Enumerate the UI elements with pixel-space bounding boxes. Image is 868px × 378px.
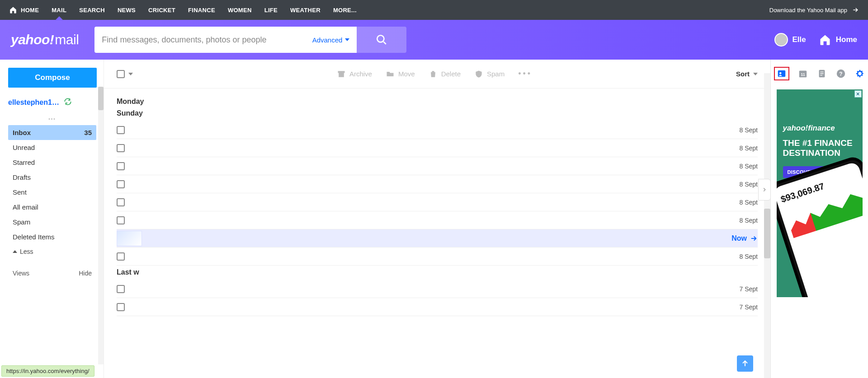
message-scrollbar[interactable] — [764, 73, 770, 378]
ad-headline: THE #1 FINANCE DESTINATION — [783, 138, 858, 158]
message-row[interactable]: 8 Sept — [117, 139, 758, 157]
download-app-link[interactable]: Download the Yahoo Mail app — [769, 6, 859, 14]
home-link[interactable]: Home — [819, 33, 857, 46]
nav-label: MAIL — [52, 7, 66, 14]
main-area: Compose ellestephen1… ••• Inbox35UnreadS… — [0, 60, 868, 378]
svg-point-0 — [377, 35, 384, 42]
folder-label: Unread — [13, 144, 35, 151]
delete-button[interactable]: Delete — [429, 70, 461, 79]
sort-toggle[interactable]: Sort — [736, 70, 758, 78]
user-name: Elle — [793, 35, 806, 44]
folder-all-email[interactable]: All email — [8, 200, 96, 215]
spam-button[interactable]: Spam — [474, 70, 505, 79]
sidebar-scrollbar[interactable] — [98, 87, 104, 364]
message-row[interactable]: 8 Sept — [117, 121, 758, 139]
message-date: 8 Sept — [740, 126, 758, 134]
top-nav-more[interactable]: MORE... — [333, 0, 357, 20]
message-date: 8 Sept — [740, 163, 758, 170]
folder-label: Spam — [13, 218, 30, 226]
yahoo-mail-logo[interactable]: yahoo! mail — [11, 32, 79, 47]
views-label[interactable]: Views — [13, 270, 29, 277]
svg-text:?: ? — [839, 71, 842, 77]
message-row[interactable]: 7 Sept — [117, 298, 758, 316]
message-checkbox[interactable] — [117, 198, 125, 206]
nav-label: WEATHER — [290, 7, 321, 14]
folder-starred[interactable]: Starred — [8, 155, 96, 170]
less-label: Less — [20, 248, 33, 255]
select-all[interactable] — [117, 70, 133, 78]
top-nav-news[interactable]: NEWS — [118, 0, 136, 20]
message-checkbox[interactable] — [117, 252, 125, 261]
user-menu[interactable]: Elle — [774, 33, 806, 47]
advanced-search-toggle[interactable]: Advanced — [308, 36, 350, 44]
message-row[interactable]: 8 Sept — [117, 247, 758, 266]
move-icon — [386, 70, 395, 79]
gear-icon — [855, 69, 865, 79]
message-row[interactable]: 7 Sept — [117, 280, 758, 298]
hide-views[interactable]: Hide — [79, 270, 92, 277]
message-row[interactable]: Now — [117, 229, 758, 247]
message-list[interactable]: MondaySunday8 Sept8 Sept8 Sept8 Sept8 Se… — [104, 89, 770, 378]
collapse-folders[interactable]: Less — [8, 244, 96, 259]
status-bar-url: https://in.yahoo.com/everything/ — [1, 365, 94, 377]
trash-icon — [429, 70, 438, 79]
top-nav-women[interactable]: WOMEN — [228, 0, 252, 20]
top-nav-mail[interactable]: MAIL — [52, 0, 66, 20]
folder-label: Inbox — [13, 129, 31, 136]
message-row[interactable]: 8 Sept — [117, 175, 758, 193]
message-checkbox[interactable] — [117, 303, 125, 311]
sidebar-drag-handle[interactable]: ••• — [8, 117, 96, 121]
compose-button[interactable]: Compose — [8, 68, 97, 88]
top-nav-weather[interactable]: WEATHER — [290, 0, 321, 20]
user-area: Elle Home — [774, 33, 857, 47]
folder-unread[interactable]: Unread — [8, 140, 96, 155]
archive-button[interactable]: Archive — [337, 70, 372, 79]
folder-deleted-items[interactable]: Deleted Items — [8, 229, 96, 244]
chevron-down-icon — [753, 73, 758, 75]
mail-header: yahoo! mail Advanced Elle Home — [0, 20, 868, 60]
folder-count: 35 — [84, 129, 92, 136]
message-checkbox[interactable] — [117, 216, 125, 224]
message-checkbox[interactable] — [117, 285, 125, 293]
folder-spam[interactable]: Spam — [8, 215, 96, 229]
arrow-up-icon — [741, 359, 750, 368]
settings-button[interactable] — [854, 68, 865, 79]
right-rail: 11 ? ✕ yahoo!finance THE #1 FINANCE DEST… — [771, 60, 868, 378]
sidebar-ad[interactable]: ✕ yahoo!finance THE #1 FINANCE DESTINATI… — [777, 89, 863, 297]
search-button[interactable] — [357, 27, 406, 53]
top-nav: HOMEMAILSEARCHNEWSCRICKETFINANCEWOMENLIF… — [9, 0, 357, 20]
message-row[interactable]: 8 Sept — [117, 211, 758, 229]
message-row[interactable]: 8 Sept — [117, 193, 758, 211]
message-row[interactable]: 8 Sept — [117, 157, 758, 175]
home-icon — [819, 33, 831, 46]
more-actions[interactable]: ••• — [518, 69, 532, 79]
date-group-header: Last w — [117, 268, 758, 276]
move-button[interactable]: Move — [386, 70, 415, 79]
top-nav-finance[interactable]: FINANCE — [188, 0, 215, 20]
now-badge: Now — [731, 234, 758, 243]
top-nav-search[interactable]: SEARCH — [79, 0, 105, 20]
refresh-icon[interactable] — [64, 98, 72, 107]
message-checkbox[interactable] — [117, 144, 125, 152]
folder-sent[interactable]: Sent — [8, 185, 96, 200]
search-input[interactable] — [102, 35, 307, 45]
folder-inbox[interactable]: Inbox35 — [8, 125, 96, 140]
message-checkbox[interactable] — [117, 126, 125, 134]
message-checkbox[interactable] — [117, 180, 125, 188]
calendar-button[interactable]: 11 — [797, 68, 808, 79]
notepad-icon — [817, 69, 827, 79]
top-nav-life[interactable]: LIFE — [264, 0, 278, 20]
ad-close-button[interactable]: ✕ — [854, 90, 862, 98]
scroll-to-top[interactable] — [737, 355, 753, 372]
folder-label: Deleted Items — [13, 233, 55, 241]
folder-drafts[interactable]: Drafts — [8, 170, 96, 185]
contacts-button[interactable] — [774, 67, 789, 80]
top-nav-cricket[interactable]: CRICKET — [148, 0, 175, 20]
notepad-button[interactable] — [816, 68, 827, 79]
help-button[interactable]: ? — [835, 68, 846, 79]
message-toolbar: Archive Move Delete Spam ••• Sort — [104, 60, 770, 89]
account-switcher[interactable]: ellestephen1… — [8, 98, 96, 107]
message-checkbox[interactable] — [117, 162, 125, 170]
expand-rail-toggle[interactable] — [758, 179, 771, 201]
top-nav-home[interactable]: HOME — [9, 0, 39, 20]
